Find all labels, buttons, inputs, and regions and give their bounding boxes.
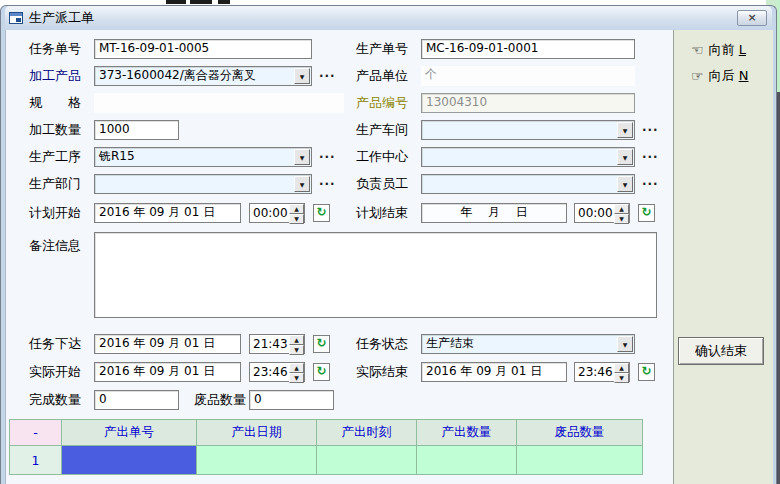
spin-up-icon[interactable]: ▲ bbox=[614, 204, 629, 214]
selected-cell[interactable] bbox=[62, 446, 197, 475]
time-value: 00:00 bbox=[575, 204, 614, 222]
work-center-combobox[interactable]: ▼ bbox=[421, 147, 635, 167]
output-table: - 产出单号 产出日期 产出时刻 产出数量 废品数量 1 bbox=[9, 419, 643, 475]
product-combobox[interactable]: 373-1600042/离合器分离叉 ▼ bbox=[94, 66, 312, 86]
nav-forward-link[interactable]: ☜ 向前 L bbox=[691, 41, 746, 59]
work-center-more-button[interactable]: ... bbox=[642, 147, 658, 167]
column-header[interactable]: 产出日期 bbox=[197, 420, 317, 446]
time-value: 21:43 bbox=[250, 335, 289, 353]
hand-left-icon: ☜ bbox=[691, 42, 704, 58]
table-row: 1 bbox=[10, 446, 643, 475]
plan-end-date[interactable]: 年 月 日 bbox=[421, 203, 567, 223]
qty-input[interactable]: 1000 bbox=[94, 120, 179, 140]
production-dispatch-window: 生产派工单 × 任务单号 MT-16-09-01-0005 生产单号 MC-16… bbox=[0, 5, 777, 484]
table-cell[interactable] bbox=[417, 446, 517, 475]
spin-down-icon[interactable]: ▼ bbox=[289, 373, 304, 383]
titlebar[interactable]: 生产派工单 × bbox=[5, 6, 772, 30]
refresh-icon[interactable]: ↻ bbox=[313, 335, 330, 353]
process-combobox[interactable]: 铣R15 ▼ bbox=[94, 147, 312, 167]
employee-combobox[interactable]: ▼ bbox=[421, 174, 635, 194]
time-value: 23:46 bbox=[250, 363, 289, 381]
spin-down-icon[interactable]: ▼ bbox=[289, 214, 304, 224]
remark-textarea[interactable] bbox=[94, 232, 657, 318]
spin-down-icon[interactable]: ▼ bbox=[289, 345, 304, 355]
product-label: 加工产品 bbox=[29, 66, 81, 86]
task-issued-time-spinner[interactable]: 21:43 ▲ ▼ bbox=[249, 334, 305, 354]
actual-start-date[interactable]: 2016 年 09 月 01 日 bbox=[94, 362, 241, 382]
close-button[interactable]: × bbox=[737, 10, 767, 26]
spec-value bbox=[94, 93, 344, 113]
plan-start-date[interactable]: 2016 年 09 月 01 日 bbox=[94, 203, 241, 223]
column-header[interactable]: 废品数量 bbox=[517, 420, 643, 446]
task-issued-date[interactable]: 2016 年 09 月 01 日 bbox=[94, 334, 241, 354]
spin-up-icon[interactable]: ▲ bbox=[614, 363, 629, 373]
plan-start-time-spinner[interactable]: 00:00 ▲ ▼ bbox=[249, 203, 305, 223]
process-more-button[interactable]: ... bbox=[319, 147, 335, 167]
chevron-down-icon[interactable]: ▼ bbox=[294, 68, 310, 84]
workshop-more-button[interactable]: ... bbox=[642, 120, 658, 140]
column-header[interactable]: 产出时刻 bbox=[317, 420, 417, 446]
spec-label: 规 格 bbox=[29, 93, 81, 113]
table-cell[interactable] bbox=[317, 446, 417, 475]
task-status-combobox[interactable]: 生产结束 ▼ bbox=[421, 334, 635, 354]
side-panel bbox=[673, 30, 773, 484]
refresh-icon[interactable]: ↻ bbox=[313, 204, 330, 222]
workshop-combobox[interactable]: ▼ bbox=[421, 120, 635, 140]
unit-label: 产品单位 bbox=[356, 66, 408, 86]
done-qty-label: 完成数量 bbox=[29, 390, 81, 410]
dialog-client-area: 任务单号 MT-16-09-01-0005 生产单号 MC-16-09-01-0… bbox=[5, 30, 772, 484]
task-no-input[interactable]: MT-16-09-01-0005 bbox=[94, 39, 312, 59]
column-header[interactable]: 产出数量 bbox=[417, 420, 517, 446]
chevron-down-icon[interactable]: ▼ bbox=[294, 176, 310, 192]
row-number-cell[interactable]: 1 bbox=[10, 446, 62, 475]
actual-end-time-spinner[interactable]: 23:46 ▲ ▼ bbox=[574, 362, 630, 382]
process-label: 生产工序 bbox=[29, 147, 81, 167]
spin-down-icon[interactable]: ▼ bbox=[614, 373, 629, 383]
table-cell[interactable] bbox=[517, 446, 643, 475]
refresh-icon[interactable]: ↻ bbox=[313, 363, 330, 381]
confirm-end-button[interactable]: 确认结束 bbox=[678, 337, 764, 365]
task-status-label: 任务状态 bbox=[356, 334, 408, 354]
actual-start-time-spinner[interactable]: 23:46 ▲ ▼ bbox=[249, 362, 305, 382]
chevron-down-icon[interactable]: ▼ bbox=[617, 176, 633, 192]
actual-end-date[interactable]: 2016 年 09 月 01 日 bbox=[421, 362, 567, 382]
output-table-header-row: - 产出单号 产出日期 产出时刻 产出数量 废品数量 bbox=[10, 420, 643, 446]
column-header[interactable]: - bbox=[10, 420, 62, 446]
nav-back-key: N bbox=[739, 68, 749, 83]
chevron-down-icon[interactable]: ▼ bbox=[617, 122, 633, 138]
column-header[interactable]: 产出单号 bbox=[62, 420, 197, 446]
spin-down-icon[interactable]: ▼ bbox=[614, 214, 629, 224]
chevron-down-icon[interactable]: ▼ bbox=[617, 336, 633, 352]
plan-end-time-spinner[interactable]: 00:00 ▲ ▼ bbox=[574, 203, 630, 223]
prod-no-input[interactable]: MC-16-09-01-0001 bbox=[421, 39, 635, 59]
scrap-qty-input[interactable]: 0 bbox=[249, 390, 334, 410]
time-value: 23:46 bbox=[575, 363, 614, 381]
done-qty-input[interactable]: 0 bbox=[94, 390, 179, 410]
chevron-down-icon[interactable]: ▼ bbox=[294, 149, 310, 165]
product-code-field: 13004310 bbox=[421, 93, 635, 113]
plan-end-label: 计划结束 bbox=[356, 203, 408, 223]
employee-label: 负责员工 bbox=[356, 174, 408, 194]
product-more-button[interactable]: ... bbox=[319, 66, 335, 86]
unit-value: 个 bbox=[421, 66, 635, 86]
refresh-icon[interactable]: ↻ bbox=[638, 204, 655, 222]
actual-start-label: 实际开始 bbox=[29, 362, 81, 382]
dept-more-button[interactable]: ... bbox=[319, 174, 335, 194]
spin-up-icon[interactable]: ▲ bbox=[289, 204, 304, 214]
refresh-icon[interactable]: ↻ bbox=[638, 363, 655, 381]
nav-back-link[interactable]: ☞ 向后 N bbox=[691, 67, 748, 85]
spin-up-icon[interactable]: ▲ bbox=[289, 363, 304, 373]
product-value: 373-1600042/离合器分离叉 bbox=[99, 68, 256, 82]
work-center-label: 工作中心 bbox=[356, 147, 408, 167]
prod-no-label: 生产单号 bbox=[356, 39, 408, 59]
dept-combobox[interactable]: ▼ bbox=[94, 174, 312, 194]
employee-more-button[interactable]: ... bbox=[642, 174, 658, 194]
background-window-fragment bbox=[166, 0, 186, 4]
chevron-down-icon[interactable]: ▼ bbox=[617, 149, 633, 165]
process-value: 铣R15 bbox=[99, 149, 135, 163]
table-cell[interactable] bbox=[197, 446, 317, 475]
spin-up-icon[interactable]: ▲ bbox=[289, 335, 304, 345]
hand-right-icon: ☞ bbox=[691, 68, 704, 84]
plan-start-label: 计划开始 bbox=[29, 203, 81, 223]
product-code-label: 产品编号 bbox=[356, 93, 408, 113]
